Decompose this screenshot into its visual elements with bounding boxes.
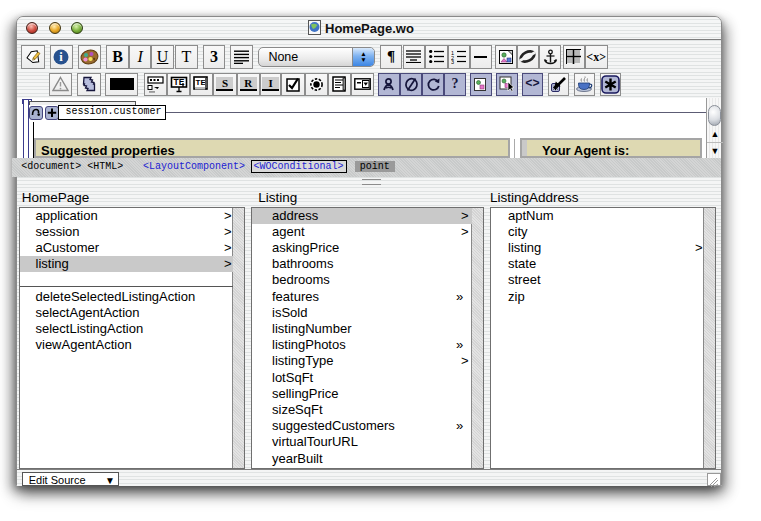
svg-text:i: i — [59, 50, 63, 64]
svg-text:3: 3 — [451, 59, 454, 64]
svg-text:TE: TE — [196, 78, 207, 87]
